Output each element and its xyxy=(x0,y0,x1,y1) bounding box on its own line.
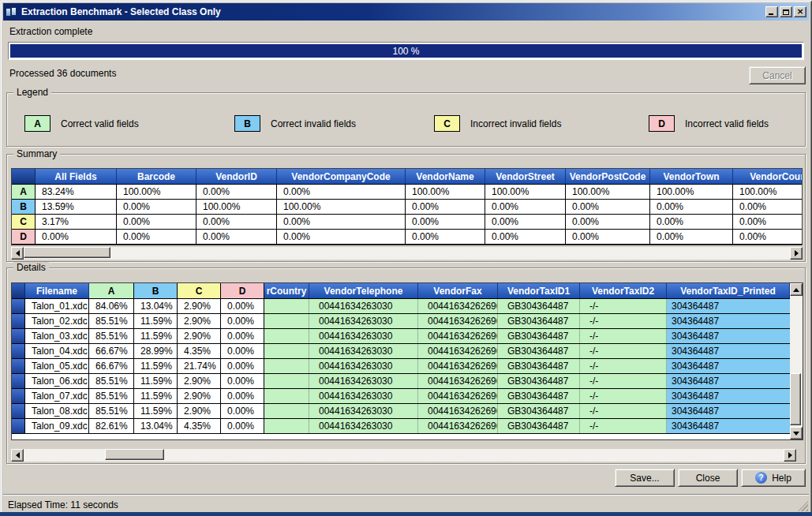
details-cell-country xyxy=(264,359,309,373)
details-row-selector[interactable] xyxy=(12,359,25,373)
summary-grid: All FieldsBarcodeVendorIDVendorCompanyCo… xyxy=(11,168,803,245)
details-cell-filename: Talon_07.xdc xyxy=(25,389,89,403)
details-row[interactable]: Talon_06.xdc85.51%11.59%2.90%0.00%004416… xyxy=(12,374,803,389)
details-row-selector[interactable] xyxy=(12,329,25,343)
details-column-header: VendorTaxID2 xyxy=(580,283,667,298)
scroll-up-icon[interactable] xyxy=(790,283,803,296)
progress-bar: 100 % xyxy=(8,42,804,60)
details-cell-telephone: 00441634263030 xyxy=(309,374,418,388)
details-row[interactable]: Talon_01.xdc84.06%13.04%2.90%0.00%004416… xyxy=(12,299,803,314)
details-cell-d: 0.00% xyxy=(221,299,264,313)
progress-fill: 100 % xyxy=(10,44,802,58)
summary-row: D0.00%0.00%0.00%0.00%0.00%0.00%0.00%0.00… xyxy=(12,230,802,245)
details-row[interactable]: Talon_05.xdc66.67%11.59%21.74%0.00%00441… xyxy=(12,359,803,374)
save-button[interactable]: Save... xyxy=(615,469,675,487)
close-icon[interactable]: × xyxy=(794,6,806,17)
scroll-right-icon[interactable] xyxy=(790,247,803,260)
details-cell-a: 82.61% xyxy=(89,419,134,433)
details-cell-a: 85.51% xyxy=(89,374,134,388)
title-bar[interactable]: Extraction Benchmark - Selected Class On… xyxy=(3,3,809,21)
legend-key-swatch: A xyxy=(24,115,51,132)
minimize-icon[interactable] xyxy=(765,6,778,17)
details-h-scrollbar[interactable] xyxy=(11,449,796,462)
scroll-left-icon[interactable] xyxy=(11,247,24,260)
window-title: Extraction Benchmark - Selected Class On… xyxy=(21,6,765,17)
details-row[interactable]: Talon_08.xdc85.51%11.59%2.90%0.00%004416… xyxy=(12,404,803,419)
legend-item-D: DIncorrect valid fields xyxy=(649,115,769,132)
legend-item-label: Correct invalid fields xyxy=(271,118,356,129)
details-cell-telephone: 00441634263030 xyxy=(309,329,418,343)
details-cell-filename: Talon_08.xdc xyxy=(25,404,89,418)
legend-item-label: Correct valid fields xyxy=(61,118,139,129)
details-v-scrollbar[interactable] xyxy=(790,283,803,439)
details-cell-filename: Talon_01.xdc xyxy=(25,299,89,313)
details-cell-d: 0.00% xyxy=(221,389,264,403)
details-row[interactable]: Talon_04.xdc66.67%28.99%4.35%0.00%004416… xyxy=(12,344,803,359)
legend-item-label: Incorrect valid fields xyxy=(685,118,769,129)
scroll-right-icon[interactable] xyxy=(784,449,796,462)
maximize-icon[interactable] xyxy=(780,6,792,17)
summary-cell: 0.00% xyxy=(196,185,277,199)
summary-cell: 0.00% xyxy=(196,215,277,229)
summary-h-scroll-track[interactable] xyxy=(24,247,790,260)
details-row-selector[interactable] xyxy=(12,299,25,313)
summary-h-scrollbar[interactable] xyxy=(11,247,803,260)
details-row-selector[interactable] xyxy=(12,389,25,403)
elapsed-time-text: Elapsed Time: 11 seconds xyxy=(8,499,118,510)
summary-cell: 0.00% xyxy=(277,230,406,244)
summary-row: A83.24%100.00%0.00%0.00%100.00%100.00%10… xyxy=(12,185,802,200)
details-cell-taxid1: GB304364487 xyxy=(498,389,580,403)
details-row-selector[interactable] xyxy=(12,404,25,418)
details-cell-a: 85.51% xyxy=(89,389,134,403)
details-group-title: Details xyxy=(13,262,49,273)
summary-cell: 100.00% xyxy=(650,185,733,199)
details-cell-b: 11.59% xyxy=(134,404,178,418)
details-cell-fax: 00441634262696 xyxy=(418,419,498,433)
details-cell-telephone: 00441634263030 xyxy=(309,404,418,418)
details-h-scroll-track[interactable] xyxy=(24,449,784,462)
details-cell-filename: Talon_04.xdc xyxy=(25,344,89,358)
scroll-down-icon[interactable] xyxy=(790,427,803,439)
details-cell-taxid_printed: 304364487 xyxy=(667,404,790,418)
summary-cell: 100.00% xyxy=(117,185,196,199)
summary-cell: 0.00% xyxy=(117,215,196,229)
details-cell-taxid2: -/- xyxy=(580,314,667,328)
details-cell-country xyxy=(264,329,309,343)
details-cell-fax: 00441634262696 xyxy=(418,344,498,358)
cancel-button[interactable]: Cancel xyxy=(749,66,806,84)
details-row[interactable]: Talon_02.xdc85.51%11.59%2.90%0.00%004416… xyxy=(12,314,803,329)
details-cell-taxid_printed: 304364487 xyxy=(667,419,790,433)
details-cell-d: 0.00% xyxy=(221,374,264,388)
summary-h-scroll-thumb[interactable] xyxy=(24,247,110,258)
legend-group: Legend ACorrect valid fieldsBCorrect inv… xyxy=(6,92,806,147)
details-row-selector[interactable] xyxy=(12,419,25,433)
details-row[interactable]: Talon_03.xdc85.51%11.59%2.90%0.00%004416… xyxy=(12,329,803,344)
details-v-scroll-thumb[interactable] xyxy=(790,373,801,425)
details-column-header: Filename xyxy=(25,283,89,298)
details-cell-taxid1: GB304364487 xyxy=(498,374,580,388)
details-column-header: B xyxy=(134,283,178,298)
details-row-selector[interactable] xyxy=(12,314,25,328)
scroll-left-icon[interactable] xyxy=(11,449,24,462)
summary-cell: 100.00% xyxy=(277,200,406,214)
details-row[interactable]: Talon_09.xdc82.61%13.04%4.35%0.00%004416… xyxy=(12,419,803,434)
details-cell-a: 84.06% xyxy=(89,299,134,313)
close-button[interactable]: Close xyxy=(678,469,738,487)
details-cell-b: 11.59% xyxy=(134,374,178,388)
details-cell-telephone: 00441634263030 xyxy=(309,359,418,373)
details-cell-a: 85.51% xyxy=(89,404,134,418)
help-button[interactable]: Help xyxy=(741,469,806,487)
details-row-selector[interactable] xyxy=(12,344,25,358)
details-v-scroll-track[interactable] xyxy=(790,296,803,427)
summary-cell: 100.00% xyxy=(566,185,650,199)
summary-row-key: C xyxy=(12,215,36,229)
resize-grip-icon[interactable] xyxy=(798,501,808,511)
details-row[interactable]: Talon_07.xdc85.51%11.59%2.90%0.00%004416… xyxy=(12,389,803,404)
details-cell-d: 0.00% xyxy=(221,329,264,343)
details-cell-telephone: 00441634263030 xyxy=(309,314,418,328)
summary-cell: 100.00% xyxy=(196,200,277,214)
details-h-scroll-thumb[interactable] xyxy=(105,449,164,460)
summary-cell: 100.00% xyxy=(733,185,803,199)
details-row-selector[interactable] xyxy=(12,374,25,388)
details-cell-c: 2.90% xyxy=(178,404,221,418)
